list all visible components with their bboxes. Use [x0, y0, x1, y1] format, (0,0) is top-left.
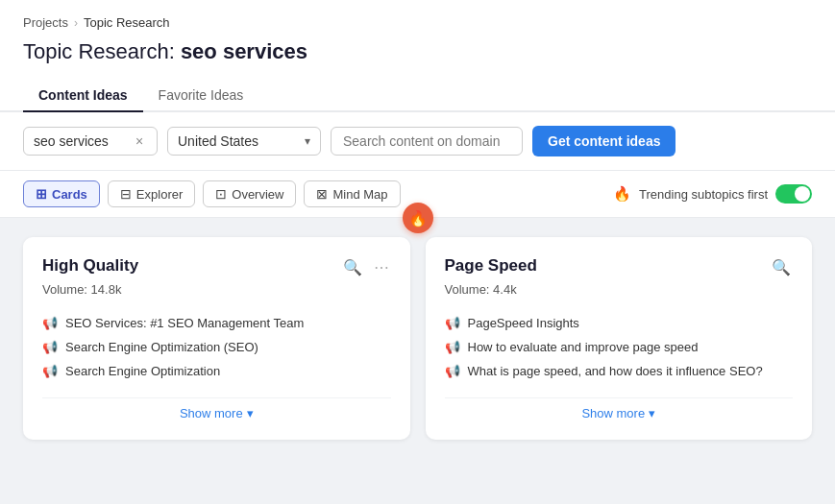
breadcrumb-current: Topic Research: [84, 15, 170, 30]
card-volume-2: Volume: 4.4k: [445, 282, 794, 297]
explorer-icon: ⊟: [120, 186, 132, 202]
chevron-down-icon: ▾: [247, 406, 254, 420]
megaphone-icon: 📢: [42, 316, 58, 330]
megaphone-icon: 📢: [42, 340, 58, 354]
domain-search-input[interactable]: [331, 127, 523, 156]
top-area: Projects › Topic Research Topic Research…: [0, 0, 835, 112]
view-cards-label: Cards: [52, 187, 87, 202]
show-more-label-1: Show more: [180, 406, 243, 420]
card-header-icons-1: 🔍 ⋯: [341, 256, 391, 278]
list-item: 📢 Search Engine Optimization (SEO): [42, 340, 391, 354]
overview-icon: ⊡: [215, 186, 227, 202]
chevron-down-icon: ▾: [305, 134, 310, 148]
view-mindmap-button[interactable]: ⊠ Mind Map: [304, 180, 400, 207]
card-high-quality: High Quality 🔍 ⋯ Volume: 14.8k 📢 SEO Ser…: [23, 237, 410, 440]
card-item-text: How to evaluate and improve page speed: [468, 340, 699, 354]
page-title: Topic Research: seo services: [23, 39, 812, 64]
view-cards-button[interactable]: ⊞ Cards: [23, 180, 100, 207]
fire-icon: 🔥: [613, 185, 631, 203]
clear-search-button[interactable]: ×: [135, 134, 143, 148]
card-search-button-2[interactable]: 🔍: [770, 256, 793, 278]
card-header-icons-2: 🔍: [770, 256, 793, 278]
trending-text: Trending subtopics first: [639, 187, 768, 202]
mindmap-icon: ⊠: [316, 186, 328, 202]
trending-label: 🔥 Trending subtopics first: [613, 184, 812, 204]
card-item-text: PageSpeed Insights: [468, 316, 579, 330]
list-item: 📢 How to evaluate and improve page speed: [445, 340, 794, 354]
show-more-label-2: Show more: [581, 406, 645, 420]
show-more-button-2[interactable]: Show more ▾: [445, 397, 794, 420]
list-item: 📢 PageSpeed Insights: [445, 316, 794, 330]
cards-icon: ⊞: [36, 186, 47, 202]
megaphone-icon: 📢: [445, 316, 460, 330]
country-select[interactable]: United States United Kingdom Canada Aust…: [178, 133, 299, 149]
show-more-button-1[interactable]: Show more ▾: [42, 397, 391, 420]
card-volume-1: Volume: 14.8k: [42, 282, 391, 297]
tabs-container: Content Ideas Favorite Ideas: [0, 80, 835, 112]
card-more-button-1[interactable]: ⋯: [372, 256, 391, 278]
card-title-1: High Quality: [42, 256, 138, 276]
page-title-prefix: Topic Research:: [23, 39, 175, 63]
card-item-text: Search Engine Optimization: [65, 364, 220, 378]
card-page-speed: Page Speed 🔍 Volume: 4.4k 📢 PageSpeed In…: [426, 237, 813, 440]
breadcrumb-projects[interactable]: Projects: [23, 15, 68, 30]
card-items-2: 📢 PageSpeed Insights 📢 How to evaluate a…: [445, 316, 794, 378]
flame-badge: 🔥: [403, 203, 433, 233]
country-select-wrap: United States United Kingdom Canada Aust…: [167, 127, 321, 156]
get-ideas-button[interactable]: Get content ideas: [532, 126, 675, 156]
view-overview-button[interactable]: ⊡ Overview: [203, 180, 296, 207]
breadcrumb: Projects › Topic Research: [23, 15, 812, 30]
trending-toggle[interactable]: [775, 184, 812, 204]
view-explorer-button[interactable]: ⊟ Explorer: [108, 180, 195, 207]
megaphone-icon: 📢: [445, 340, 460, 354]
cards-area: 🔥 High Quality 🔍 ⋯ Volume: 14.8k 📢 SEO S…: [0, 218, 835, 459]
card-title-2: Page Speed: [445, 256, 537, 276]
card-item-text: Search Engine Optimization (SEO): [65, 340, 258, 354]
card-items-1: 📢 SEO Services: #1 SEO Management Team 📢…: [42, 316, 391, 378]
view-mindmap-label: Mind Map: [332, 187, 387, 202]
tab-content-ideas[interactable]: Content Ideas: [23, 80, 143, 112]
tab-favorite-ideas[interactable]: Favorite Ideas: [143, 80, 259, 112]
list-item: 📢 What is page speed, and how does it in…: [445, 364, 794, 378]
megaphone-icon: 📢: [42, 364, 58, 378]
view-explorer-label: Explorer: [136, 187, 183, 202]
megaphone-icon: 📢: [445, 364, 460, 378]
keyword-search-input[interactable]: [34, 133, 130, 149]
card-search-button-1[interactable]: 🔍: [341, 256, 364, 278]
card-header-2: Page Speed 🔍: [445, 256, 794, 278]
page-title-keyword: seo services: [181, 39, 307, 63]
page-wrapper: Projects › Topic Research Topic Research…: [0, 0, 835, 504]
breadcrumb-separator: ›: [74, 16, 78, 30]
list-item: 📢 SEO Services: #1 SEO Management Team: [42, 316, 391, 330]
card-header-1: High Quality 🔍 ⋯: [42, 256, 391, 278]
list-item: 📢 Search Engine Optimization: [42, 364, 391, 378]
card-item-text: What is page speed, and how does it infl…: [468, 364, 763, 378]
view-overview-label: Overview: [232, 187, 283, 202]
card-item-text: SEO Services: #1 SEO Management Team: [65, 316, 304, 330]
chevron-down-icon: ▾: [649, 406, 655, 420]
keyword-search-wrap: ×: [23, 127, 158, 156]
controls-area: × United States United Kingdom Canada Au…: [0, 112, 835, 171]
